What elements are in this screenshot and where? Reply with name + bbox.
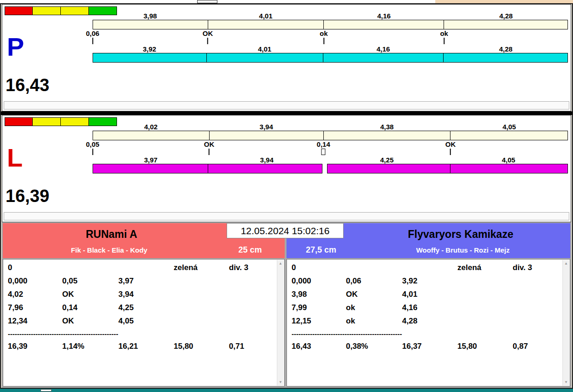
app-window: P 3,98 4,01 4,16 4,28 0,06 [0, 0, 573, 392]
jump-height: 25 cm [216, 245, 285, 255]
cell: 12,34 [8, 317, 62, 330]
bar-segment [323, 131, 450, 140]
scroll-up-icon[interactable]: ▲ [563, 261, 569, 265]
upper-split-bar [93, 131, 568, 140]
cell [174, 277, 229, 290]
split-time: 4,05 [449, 156, 568, 164]
split-time: 3,94 [209, 123, 323, 131]
table-row: 3,98 OK 4,01 [292, 290, 559, 303]
cell [513, 303, 559, 317]
lower-split-bar [93, 53, 568, 63]
table-row: 12,15 ok 4,28 [292, 317, 559, 330]
cell [174, 317, 229, 330]
cell: 7,99 [292, 303, 346, 317]
tick-icon [207, 38, 208, 44]
cell [229, 277, 273, 290]
traffic-yellow-segment [33, 6, 61, 15]
crossing-mark: OK [203, 29, 213, 44]
crossing-label: 0,06 [86, 29, 99, 37]
dog-names: Fik - Black - Elia - Kody [3, 246, 216, 254]
lane-panel-p: P 3,98 4,01 4,16 4,28 0,06 [2, 4, 571, 111]
traffic-yellow-segment [61, 6, 89, 15]
totals-row: 16,43 0,38% 16,37 15,80 0,87 [292, 342, 559, 355]
cell [402, 263, 457, 277]
cell: 7,96 [8, 303, 62, 317]
lane-status-strip [4, 101, 569, 110]
separator-row: ----------------------------------------… [292, 330, 559, 338]
cell: 4,16 [402, 303, 457, 317]
team-subheader: 27,5 cm Wooffy - Brutus - Rozi - Mejz [286, 243, 570, 256]
cell: 12,15 [292, 317, 346, 330]
scroll-down-icon[interactable]: ▼ [563, 380, 569, 384]
cell: 3,94 [118, 290, 174, 303]
datetime-display: 12.05.2024 15:02:16 [227, 223, 344, 238]
table-row: 7,99 ok 4,16 [292, 303, 559, 317]
split-time: 4,28 [444, 12, 568, 20]
traffic-red-segment [5, 117, 33, 126]
cell: 16,21 [118, 342, 174, 355]
split-time: 3,94 [209, 156, 325, 164]
cell [174, 303, 229, 317]
cell: 16,39 [8, 342, 62, 355]
timing-app-frame: P 3,98 4,01 4,16 4,28 0,06 [0, 3, 573, 389]
team-results-right: 0 zelená div. 3 0,000 0,06 3,92 [286, 259, 570, 386]
cell: 4,25 [118, 303, 174, 317]
crossing-marks: 0,06 OK ok ok [93, 29, 568, 45]
timing-bars-l: 4,02 3,94 4,38 4,05 0,05 [93, 123, 568, 173]
cell [118, 263, 174, 277]
crossing-label: ok [320, 29, 328, 37]
split-time: 3,97 [93, 156, 209, 164]
scrollbar[interactable]: ▲ ▼ [277, 260, 284, 386]
cell: 3,97 [118, 277, 174, 290]
cell: 0,14 [62, 303, 118, 317]
background-window-fragment [197, 0, 217, 3]
crossing-label: OK [445, 140, 456, 148]
results-body: 0 zelená div. 3 0,000 0,06 3,92 [287, 259, 570, 355]
split-time: 4,05 [450, 123, 568, 131]
bar-segment [208, 164, 322, 173]
scroll-up-icon[interactable]: ▲ [277, 261, 284, 265]
crossing-mark: OK [204, 140, 215, 155]
cell: 15,80 [457, 342, 513, 355]
crossing-label: 0,05 [86, 140, 99, 148]
cell: 4,01 [402, 290, 457, 303]
cell: 0,000 [292, 277, 346, 290]
bar-segment [450, 164, 568, 173]
crossing-mark: ok [320, 29, 328, 44]
cell [174, 290, 229, 303]
lane-divider [1, 111, 572, 115]
crossing-mark: 0,05 [86, 140, 99, 155]
cell: OK [346, 290, 402, 303]
table-row: 0 zelená div. 3 [292, 263, 559, 277]
lane-status-strip [4, 212, 569, 220]
scroll-down-icon[interactable]: ▼ [277, 380, 284, 384]
cell: zelená [174, 263, 229, 277]
bar-segment [450, 131, 567, 140]
cell [229, 303, 273, 317]
cell: 16,37 [402, 342, 457, 355]
cell: 1,14% [62, 342, 118, 355]
cell: 0,06 [346, 277, 402, 290]
bar-segment [444, 53, 568, 63]
split-time: 4,28 [444, 45, 568, 53]
table-row: 12,34 OK 4,05 [8, 317, 273, 330]
crossing-mark: 0,14 [317, 140, 330, 155]
cell: div. 3 [513, 263, 559, 277]
traffic-red-segment [5, 6, 33, 15]
split-time: 3,92 [93, 45, 206, 53]
table-row: 4,02 OK 3,94 [8, 290, 273, 303]
jump-height: 27,5 cm [286, 245, 356, 255]
cell: 0 [8, 263, 62, 277]
tick-icon [322, 149, 326, 155]
cell [457, 303, 513, 317]
split-time: 3,98 [93, 12, 208, 20]
tick-icon [323, 38, 324, 44]
scrollbar[interactable]: ▲ ▼ [562, 260, 569, 386]
upper-split-bar [93, 20, 568, 29]
cell: OK [62, 290, 118, 303]
background-desktop-area [435, 0, 573, 3]
upper-bar-labels: 3,98 4,01 4,16 4,28 [93, 12, 568, 20]
cell: 16,43 [292, 342, 346, 355]
taskbar-item[interactable] [41, 389, 52, 392]
tick-icon [444, 38, 444, 44]
